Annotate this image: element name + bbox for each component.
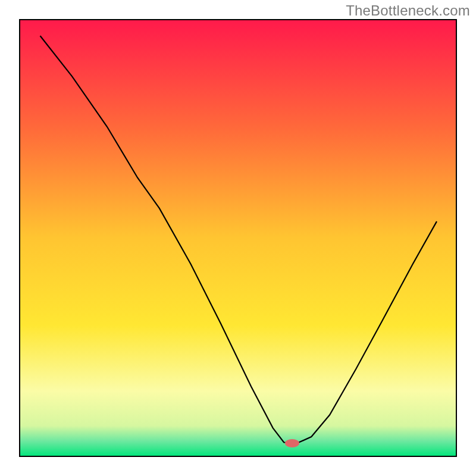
minimum-marker <box>285 439 299 447</box>
plot-background <box>20 20 456 456</box>
chart-container: TheBottleneck.com <box>0 0 476 476</box>
bottleneck-chart <box>0 0 476 476</box>
